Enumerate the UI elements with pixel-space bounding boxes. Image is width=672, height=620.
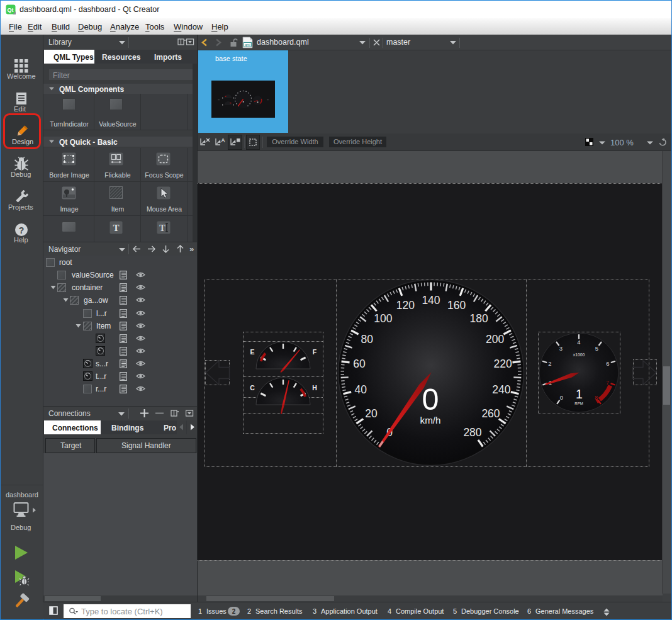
- svg-text:4: 4: [577, 339, 580, 346]
- svg-text:7: 7: [606, 379, 609, 386]
- svg-text:3: 3: [559, 345, 563, 352]
- svg-text:180: 180: [469, 312, 488, 325]
- svg-text:1: 1: [576, 387, 583, 401]
- svg-text:280: 280: [463, 426, 481, 439]
- svg-text:20: 20: [365, 407, 378, 420]
- svg-text:240: 240: [492, 383, 510, 396]
- svg-text:C: C: [250, 384, 255, 392]
- svg-text:8: 8: [595, 394, 598, 401]
- svg-text:60: 60: [353, 358, 366, 370]
- svg-text:220: 220: [493, 358, 512, 370]
- svg-text:100: 100: [374, 312, 392, 325]
- svg-text:?: ?: [19, 225, 25, 235]
- svg-text:F: F: [313, 348, 317, 356]
- svg-text:E: E: [250, 348, 254, 356]
- svg-text:80: 80: [361, 333, 374, 346]
- svg-text:x1000: x1000: [573, 352, 585, 357]
- svg-text:0: 0: [560, 394, 563, 401]
- svg-text:160: 160: [447, 299, 466, 312]
- svg-text:200: 200: [486, 333, 504, 346]
- svg-text:5: 5: [595, 345, 598, 352]
- svg-text:T: T: [159, 223, 165, 233]
- svg-text:0: 0: [422, 382, 439, 416]
- svg-text:RPM: RPM: [574, 402, 583, 405]
- svg-text:T: T: [113, 223, 119, 233]
- svg-text:km/h: km/h: [420, 415, 441, 426]
- svg-text:A: A: [221, 137, 225, 144]
- svg-text:H: H: [312, 384, 317, 392]
- svg-text:qml: qml: [245, 43, 250, 47]
- svg-text:40: 40: [354, 383, 367, 396]
- svg-text:6: 6: [606, 360, 609, 367]
- svg-text:260: 260: [481, 407, 500, 420]
- svg-text:140: 140: [422, 294, 440, 307]
- svg-text:2: 2: [548, 360, 551, 367]
- svg-text:Qt: Qt: [8, 7, 14, 13]
- svg-text:120: 120: [396, 299, 415, 312]
